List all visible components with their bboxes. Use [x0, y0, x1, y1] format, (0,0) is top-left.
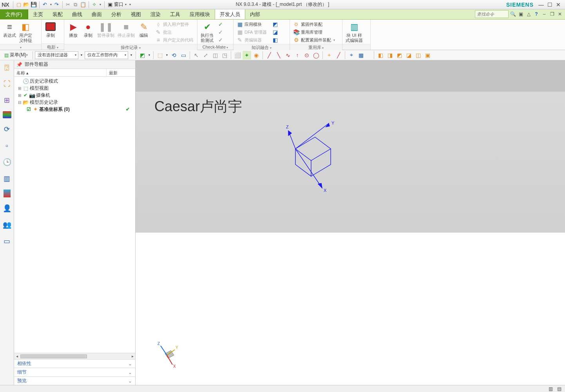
snap-point-icon[interactable]: ↑	[293, 51, 302, 60]
navigator-hscroll[interactable]: ◂ ▸	[14, 353, 135, 359]
snap-tangent-icon[interactable]: ╱	[334, 51, 343, 60]
sheet-tab-icon[interactable]: ▭	[2, 236, 13, 247]
sel2-icon[interactable]: ⬚	[156, 51, 164, 60]
assembly-navigator-tab-icon[interactable]: ⛶	[2, 78, 13, 89]
tree-row-datum-csys[interactable]: ☑⌖ 基准坐标系 (0) ✔	[14, 106, 135, 113]
kf-extra2-button[interactable]: ◪	[271, 28, 280, 36]
kf-extra3-button[interactable]: ◧	[271, 36, 280, 44]
udf-button[interactable]: ◧用户定 义特征	[18, 20, 34, 44]
tree-row-model-history[interactable]: ⊟📂 模型历史记录	[14, 99, 135, 106]
section-preview[interactable]: 预览⌄	[14, 376, 135, 385]
menu-button[interactable]: ▤菜单(M) ▾	[2, 51, 31, 60]
scroll-left-icon[interactable]: ◂	[14, 354, 20, 358]
tree-row-cameras[interactable]: ⊞✔📷 摄像机	[14, 92, 135, 99]
col-name[interactable]: 名称 ▴	[14, 69, 107, 76]
tab-internal[interactable]: 内部	[245, 9, 265, 19]
constraint-navigator-tab-icon[interactable]: ⊞	[2, 95, 13, 106]
kf-extra1-button[interactable]: ◩	[271, 20, 280, 28]
group-label-tools[interactable]	[0, 44, 41, 50]
minimize-icon[interactable]: —	[537, 1, 545, 8]
scroll-thumb[interactable]	[20, 354, 87, 358]
tree-row-history-mode[interactable]: 🕒 历史记录模式	[14, 78, 135, 85]
pin-icon[interactable]: 📌	[16, 62, 22, 67]
group-label-journal[interactable]: 操作记录	[64, 44, 197, 50]
navigator-tree[interactable]: 🕒 历史记录模式 ⊞⬚ 模型视图 ⊞✔📷 摄像机 ⊟📂 模型历史记录 ☑⌖ 基准…	[14, 77, 135, 353]
checkmate-opt2-button[interactable]: ✓	[216, 28, 225, 36]
group-label-checkmate[interactable]: Check-Mate	[197, 44, 233, 50]
tab-assemblies[interactable]: 装配	[48, 9, 67, 19]
hd3d-tab-icon[interactable]: ⟳	[2, 124, 13, 135]
checkmate-opt3-button[interactable]: ✓	[216, 36, 225, 44]
group-label-movie[interactable]: 电影	[42, 43, 64, 50]
scroll-right-icon[interactable]: ▸	[130, 354, 135, 358]
checkmate-run-button[interactable]: ✔执行当 前测试	[199, 20, 215, 44]
aux2-icon[interactable]: ◨	[386, 51, 394, 60]
touch-mode-icon[interactable]: ✧	[91, 1, 98, 8]
group-label-reuse[interactable]: 重用库	[290, 44, 342, 50]
movie-record-button[interactable]: 录制	[43, 20, 58, 39]
part-navigator-tab-icon[interactable]: ⍰	[2, 62, 13, 73]
maximize-icon[interactable]: ☐	[545, 1, 554, 8]
snap-endpoint-icon[interactable]: ╱	[265, 51, 273, 60]
snap-curve-icon[interactable]: ∿	[284, 51, 292, 60]
file-menu-button[interactable]: 文件(F)	[0, 9, 28, 19]
snap-midpoint-icon[interactable]: ╲	[274, 51, 283, 60]
snap2-icon[interactable]: ◉	[252, 51, 261, 60]
snap-quadrant-icon[interactable]: ◯	[312, 51, 321, 60]
sel2-dd[interactable]: ▾	[165, 51, 169, 60]
undo-dropdown-icon[interactable]: ▾	[49, 1, 53, 8]
redo-icon[interactable]: ↷	[53, 1, 60, 8]
help-icon[interactable]: ?	[533, 11, 540, 18]
save-icon[interactable]: 💾	[30, 1, 37, 8]
child-close-icon[interactable]: ✕	[556, 11, 563, 18]
grid-icon[interactable]: ▦	[357, 51, 365, 60]
sel1-icon[interactable]: ◩	[138, 51, 147, 60]
status-icon-1[interactable]: ▥	[547, 385, 554, 392]
expand-icon[interactable]: ⊞	[17, 86, 22, 90]
kf-app-button[interactable]: ▦应用模块	[235, 20, 268, 28]
aux6-icon[interactable]: ▣	[423, 51, 432, 60]
block-ui-styler-button[interactable]: ▥块 UI 样 式编辑器	[344, 20, 364, 44]
tab-analysis[interactable]: 分析	[107, 9, 126, 19]
datum-csys-graphic[interactable]: Y X Z	[280, 121, 358, 196]
snap1-icon[interactable]: ✦	[243, 51, 251, 60]
checkmate-opt1-button[interactable]: ✓	[216, 20, 225, 28]
collapse-ribbon-icon[interactable]: △	[525, 11, 532, 18]
window-menu-button[interactable]: 窗口	[114, 1, 123, 8]
aux4-icon[interactable]: ◪	[404, 51, 413, 60]
journal-edit-button[interactable]: ✎编辑	[136, 20, 151, 39]
journal-record-button[interactable]: ●录制	[81, 20, 96, 39]
tab-tools[interactable]: 工具	[165, 9, 185, 19]
scope-dropdown-icon[interactable]: ▾	[129, 51, 134, 60]
open-file-icon[interactable]: 📂	[23, 1, 30, 8]
undo-icon[interactable]: ↶	[42, 1, 49, 8]
child-restore-icon[interactable]: ❐	[549, 11, 556, 18]
sel7-icon[interactable]: ◫	[211, 51, 219, 60]
new-file-icon[interactable]: ▢	[15, 1, 22, 8]
tab-developer[interactable]: 开发人员	[215, 9, 245, 19]
scope-filter-combo[interactable]: 仅在工作部件内▾	[85, 51, 128, 59]
users-tab-icon[interactable]: 👥	[2, 219, 13, 230]
journal-play-button[interactable]: ▶播放	[66, 20, 81, 39]
expand-icon[interactable]: ⊞	[17, 93, 22, 98]
selection-filter-combo[interactable]: 没有选择过滤器▾	[35, 51, 78, 59]
sel4-icon[interactable]: ▭	[179, 51, 188, 60]
roles-tab-icon[interactable]: ▥	[2, 173, 13, 184]
tab-view[interactable]: 视图	[126, 9, 146, 19]
window-icon[interactable]: ▣	[107, 1, 114, 8]
group-label-kf[interactable]: 知识融合	[234, 44, 290, 50]
section-details[interactable]: 细节⌄	[14, 368, 135, 376]
close-icon[interactable]: ✕	[554, 1, 563, 8]
sel6-icon[interactable]: ⤢	[201, 51, 210, 60]
command-search-input[interactable]	[475, 10, 509, 18]
tab-home[interactable]: 主页	[28, 9, 48, 19]
graphics-viewport[interactable]: Caesar卢尚宇 Y X Z Y X Z	[136, 60, 565, 385]
browser-tab-icon[interactable]: ▫	[2, 140, 13, 151]
reuse-library-tab-icon[interactable]	[3, 111, 11, 118]
fastener-config-button[interactable]: ⚙配置紧固件装配▾	[292, 36, 337, 44]
search-icon[interactable]: 🔍	[509, 11, 516, 18]
status-icon-2[interactable]: ▤	[556, 385, 563, 392]
filter-dropdown-icon[interactable]: ▾	[79, 51, 84, 60]
aux5-icon[interactable]: ◫	[414, 51, 422, 60]
snap-intersect-icon[interactable]: ＋	[325, 51, 333, 60]
